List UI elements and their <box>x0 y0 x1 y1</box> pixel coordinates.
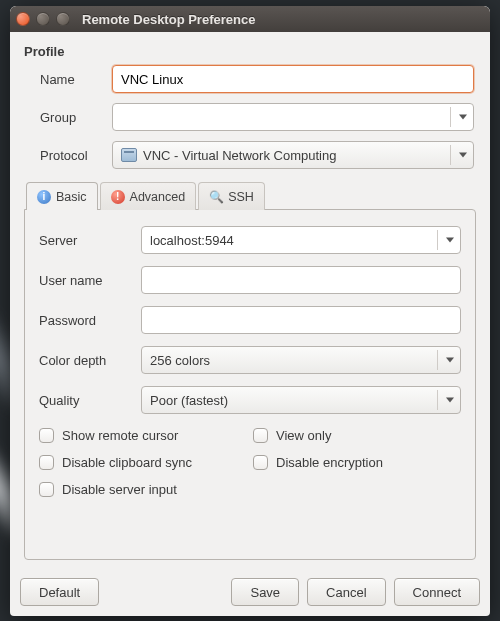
cancel-button[interactable]: Cancel <box>307 578 385 606</box>
checkbox-icon <box>253 455 268 470</box>
tab-advanced-label: Advanced <box>130 190 186 204</box>
username-input[interactable] <box>141 266 461 294</box>
warning-icon: ! <box>111 190 125 204</box>
colordepth-combo[interactable]: 256 colors <box>141 346 461 374</box>
view-only-checkbox[interactable]: View only <box>253 428 461 443</box>
settings-notebook: i Basic ! Advanced 🔍 SSH Server localhos… <box>24 181 476 560</box>
save-button[interactable]: Save <box>231 578 299 606</box>
view-only-label: View only <box>276 428 331 443</box>
group-combo[interactable] <box>112 103 474 131</box>
password-input[interactable] <box>141 306 461 334</box>
window-maximize-button[interactable] <box>56 12 70 26</box>
disable-clipboard-label: Disable clipboard sync <box>62 455 192 470</box>
window-minimize-button[interactable] <box>36 12 50 26</box>
profile-section-label: Profile <box>24 44 478 59</box>
tab-ssh-label: SSH <box>228 190 254 204</box>
info-icon: i <box>37 190 51 204</box>
chevron-down-icon <box>446 398 454 403</box>
colordepth-combo-value: 256 colors <box>150 353 210 368</box>
disable-encryption-label: Disable encryption <box>276 455 383 470</box>
checkbox-icon <box>253 428 268 443</box>
quality-combo[interactable]: Poor (fastest) <box>141 386 461 414</box>
group-label: Group <box>26 110 106 125</box>
disable-encryption-checkbox[interactable]: Disable encryption <box>253 455 461 470</box>
tab-page-basic: Server localhost:5944 User name Password… <box>24 209 476 560</box>
chevron-down-icon <box>446 358 454 363</box>
tab-basic[interactable]: i Basic <box>26 182 98 210</box>
name-label: Name <box>26 72 106 87</box>
protocol-combo[interactable]: VNC - Virtual Network Computing <box>112 141 474 169</box>
checkbox-icon <box>39 428 54 443</box>
show-remote-cursor-label: Show remote cursor <box>62 428 178 443</box>
server-combo-value: localhost:5944 <box>150 233 234 248</box>
quality-label: Quality <box>39 393 135 408</box>
server-label: Server <box>39 233 135 248</box>
quality-combo-value: Poor (fastest) <box>150 393 228 408</box>
window-close-button[interactable] <box>16 12 30 26</box>
disable-server-input-checkbox[interactable]: Disable server input <box>39 482 249 497</box>
colordepth-label: Color depth <box>39 353 135 368</box>
titlebar: Remote Desktop Preference <box>10 6 490 32</box>
password-label: Password <box>39 313 135 328</box>
key-icon: 🔍 <box>209 190 223 204</box>
chevron-down-icon <box>446 238 454 243</box>
window-title: Remote Desktop Preference <box>82 12 255 27</box>
checkbox-icon <box>39 455 54 470</box>
disable-server-input-label: Disable server input <box>62 482 177 497</box>
connect-button[interactable]: Connect <box>394 578 480 606</box>
protocol-label: Protocol <box>26 148 106 163</box>
checkbox-icon <box>39 482 54 497</box>
server-combo[interactable]: localhost:5944 <box>141 226 461 254</box>
name-input[interactable] <box>112 65 474 93</box>
dialog-button-bar: Default Save Cancel Connect <box>10 570 490 616</box>
tab-ssh[interactable]: 🔍 SSH <box>198 182 265 210</box>
protocol-combo-value: VNC - Virtual Network Computing <box>143 148 336 163</box>
chevron-down-icon <box>459 153 467 158</box>
default-button[interactable]: Default <box>20 578 99 606</box>
vnc-icon <box>121 148 137 162</box>
window-frame: Remote Desktop Preference Profile Name G… <box>10 6 490 616</box>
show-remote-cursor-checkbox[interactable]: Show remote cursor <box>39 428 249 443</box>
username-label: User name <box>39 273 135 288</box>
tab-basic-label: Basic <box>56 190 87 204</box>
tab-bar: i Basic ! Advanced 🔍 SSH <box>26 181 476 209</box>
tab-advanced[interactable]: ! Advanced <box>100 182 197 210</box>
chevron-down-icon <box>459 115 467 120</box>
disable-clipboard-checkbox[interactable]: Disable clipboard sync <box>39 455 249 470</box>
